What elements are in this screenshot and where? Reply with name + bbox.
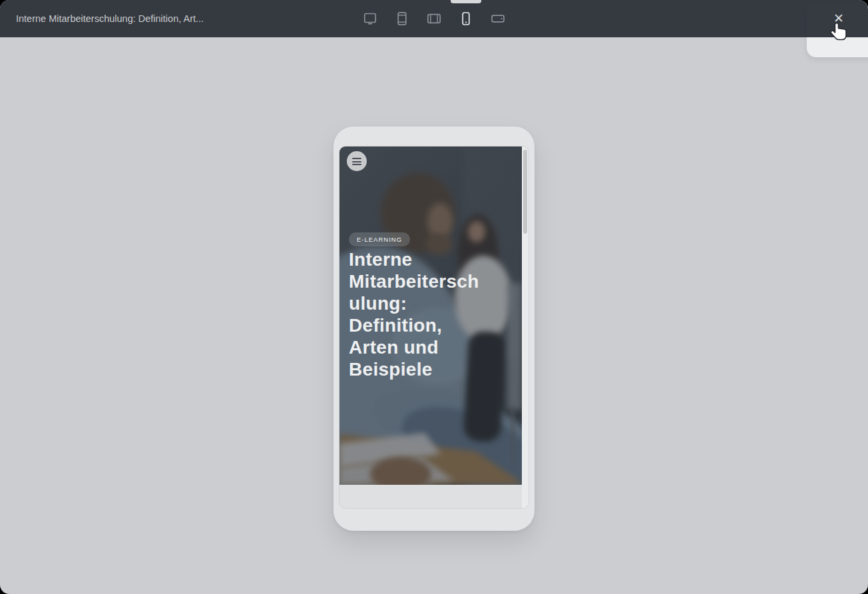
tablet-landscape-icon [426,11,442,27]
phone-screen: E-LEARNING InterneMitarbeiterschulung:De… [339,146,529,509]
phone-portrait-icon [458,11,474,27]
screen-scrollbar-thumb[interactable] [523,150,527,234]
active-device-indicator [451,0,481,3]
heading-line: Interne [349,248,513,270]
device-tablet-landscape-button[interactable] [418,0,450,37]
page-title: Interne Mitarbeiterschulung: Definition,… [16,0,204,37]
screen-scrollbar-track[interactable] [522,147,529,508]
hamburger-menu-button[interactable] [347,151,367,171]
device-phone-landscape-button[interactable] [482,0,514,37]
heading-line: ulung: [349,292,513,314]
heading-line: Definition, [349,314,513,336]
heading-line: Beispiele [349,358,513,380]
phone-mockup-frame: E-LEARNING InterneMitarbeiterschulung:De… [333,127,535,531]
tablet-portrait-icon [394,11,410,27]
hamburger-menu-icon [352,158,361,167]
heading-line: Mitarbeitersch [349,270,513,292]
category-badge: E-LEARNING [349,232,410,246]
mouse-cursor-pointer-icon [830,21,850,45]
phone-landscape-icon [490,11,506,27]
hero-heading: InterneMitarbeiterschulung:Definition,Ar… [349,248,513,380]
desktop-icon [362,11,378,27]
device-switcher [354,0,514,37]
preview-toolbar: Interne Mitarbeiterschulung: Definition,… [0,0,868,37]
device-tablet-portrait-button[interactable] [386,0,418,37]
device-phone-portrait-button[interactable] [450,0,482,37]
device-desktop-button[interactable] [354,0,386,37]
heading-line: Arten und [349,336,513,358]
app-window: Interne Mitarbeiterschulung: Definition,… [0,0,868,594]
